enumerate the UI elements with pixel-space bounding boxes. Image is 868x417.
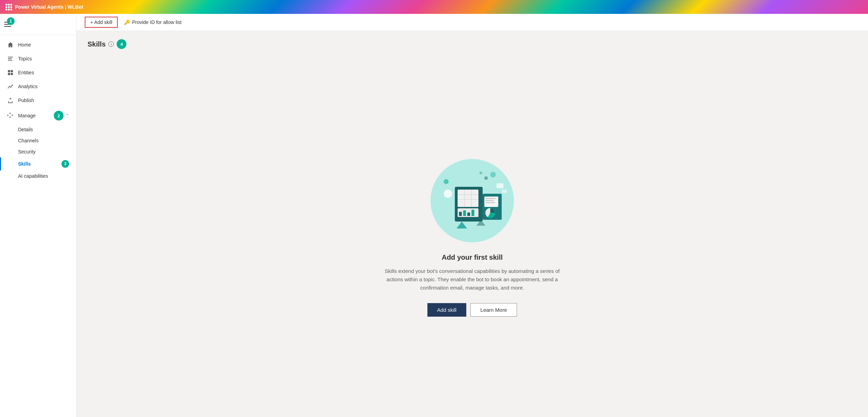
svg-rect-19 bbox=[463, 210, 466, 216]
provide-id-label: Provide ID for allow list bbox=[132, 19, 181, 25]
header-banner: Power Virtual Agents | WLBot bbox=[0, 0, 868, 14]
skills-badge: 3 bbox=[61, 160, 69, 168]
app-title: Power Virtual Agents | WLBot bbox=[6, 4, 83, 10]
sidebar-item-topics[interactable]: Topics bbox=[0, 52, 76, 66]
svg-rect-7 bbox=[11, 70, 13, 72]
sidebar-item-entities[interactable]: Entities bbox=[0, 66, 76, 80]
page-title: Skills bbox=[87, 40, 106, 48]
add-skill-cta-label: Add skill bbox=[437, 307, 457, 313]
sidebar-item-ai-capabilities[interactable]: AI capabilities bbox=[0, 170, 76, 182]
sidebar-item-security-label: Security bbox=[18, 149, 36, 155]
manage-subnav: Details Channels Security Skills 3 AI ca… bbox=[0, 124, 76, 182]
page-content: Skills i 4 bbox=[76, 31, 868, 417]
analytics-icon bbox=[7, 83, 14, 90]
topics-icon bbox=[7, 55, 14, 62]
toolbar: + Add skill 🔑 Provide ID for allow list bbox=[76, 14, 868, 31]
manage-badge: 2 bbox=[54, 111, 64, 120]
empty-state-heading: Add your first skill bbox=[442, 253, 503, 261]
learn-more-label: Learn More bbox=[481, 307, 507, 313]
add-skill-toolbar-label: + Add skill bbox=[90, 19, 112, 25]
empty-state: Add your first skill Skills extend your … bbox=[87, 60, 857, 409]
add-skill-toolbar-button[interactable]: + Add skill bbox=[85, 17, 118, 28]
svg-rect-5 bbox=[8, 60, 12, 61]
manage-left: Manage bbox=[7, 112, 36, 119]
sidebar-item-channels[interactable]: Channels bbox=[0, 135, 76, 146]
sidebar-item-channels-label: Channels bbox=[18, 138, 39, 143]
app-grid-icon bbox=[6, 4, 12, 10]
sidebar-item-manage[interactable]: Manage 2 ⌃ bbox=[0, 107, 76, 124]
empty-state-description: Skills extend your bot's conversational … bbox=[382, 267, 562, 292]
sidebar: 1 Home bbox=[0, 14, 76, 417]
svg-point-28 bbox=[444, 190, 452, 198]
cta-buttons: Add skill Learn More bbox=[427, 303, 517, 317]
svg-rect-8 bbox=[8, 73, 10, 75]
key-icon: 🔑 bbox=[124, 19, 130, 25]
svg-rect-21 bbox=[471, 210, 474, 216]
svg-rect-26 bbox=[485, 202, 495, 203]
publish-icon bbox=[7, 97, 14, 104]
page-header: Skills i 4 bbox=[87, 39, 857, 49]
chevron-up-icon: ⌃ bbox=[66, 113, 69, 118]
sidebar-item-analytics[interactable]: Analytics bbox=[0, 80, 76, 93]
svg-rect-2 bbox=[4, 26, 11, 27]
sidebar-item-skills-label: Skills bbox=[18, 161, 31, 167]
svg-rect-9 bbox=[11, 73, 13, 75]
content-area: + Add skill 🔑 Provide ID for allow list … bbox=[76, 14, 868, 417]
sidebar-nav: Home Topics bbox=[0, 35, 76, 417]
entities-icon bbox=[7, 69, 14, 76]
svg-rect-6 bbox=[8, 70, 10, 72]
provide-id-button[interactable]: 🔑 Provide ID for allow list bbox=[119, 17, 186, 27]
svg-rect-3 bbox=[8, 57, 13, 58]
sidebar-item-publish[interactable]: Publish bbox=[0, 93, 76, 107]
hamburger-button[interactable]: 1 bbox=[0, 17, 15, 32]
sidebar-item-analytics-label: Analytics bbox=[18, 84, 37, 89]
svg-rect-25 bbox=[485, 200, 494, 201]
svg-point-32 bbox=[484, 176, 488, 180]
sidebar-item-home[interactable]: Home bbox=[0, 38, 76, 52]
svg-rect-24 bbox=[485, 198, 496, 199]
sidebar-item-details-label: Details bbox=[18, 127, 33, 132]
page-badge: 4 bbox=[117, 39, 126, 49]
svg-rect-30 bbox=[496, 183, 503, 188]
sidebar-item-topics-label: Topics bbox=[18, 56, 32, 61]
svg-rect-20 bbox=[467, 212, 470, 216]
app-title-text: Power Virtual Agents | WLBot bbox=[15, 4, 83, 10]
main-layout: 1 Home bbox=[0, 14, 868, 417]
learn-more-button[interactable]: Learn More bbox=[470, 303, 517, 317]
svg-rect-12 bbox=[458, 190, 478, 207]
add-skill-cta-button[interactable]: Add skill bbox=[427, 303, 466, 317]
svg-rect-31 bbox=[502, 190, 507, 193]
skills-illustration bbox=[427, 152, 517, 242]
sidebar-item-details[interactable]: Details bbox=[0, 124, 76, 135]
sidebar-item-security[interactable]: Security bbox=[0, 146, 76, 157]
sidebar-item-entities-label: Entities bbox=[18, 70, 34, 75]
svg-point-33 bbox=[490, 172, 496, 177]
sidebar-item-manage-label: Manage bbox=[18, 113, 36, 118]
sidebar-item-ai-capabilities-label: AI capabilities bbox=[18, 173, 48, 179]
sidebar-top: 1 bbox=[0, 14, 76, 35]
svg-rect-18 bbox=[459, 212, 462, 216]
manage-icon bbox=[7, 112, 14, 119]
svg-point-29 bbox=[444, 179, 449, 184]
sidebar-item-skills[interactable]: Skills 3 bbox=[0, 157, 76, 170]
home-icon bbox=[7, 41, 14, 48]
info-icon[interactable]: i bbox=[108, 41, 114, 47]
sidebar-item-publish-label: Publish bbox=[18, 98, 34, 103]
svg-rect-4 bbox=[8, 58, 12, 59]
sidebar-item-home-label: Home bbox=[18, 42, 31, 48]
hamburger-badge: 1 bbox=[7, 17, 15, 25]
svg-point-34 bbox=[479, 172, 482, 174]
